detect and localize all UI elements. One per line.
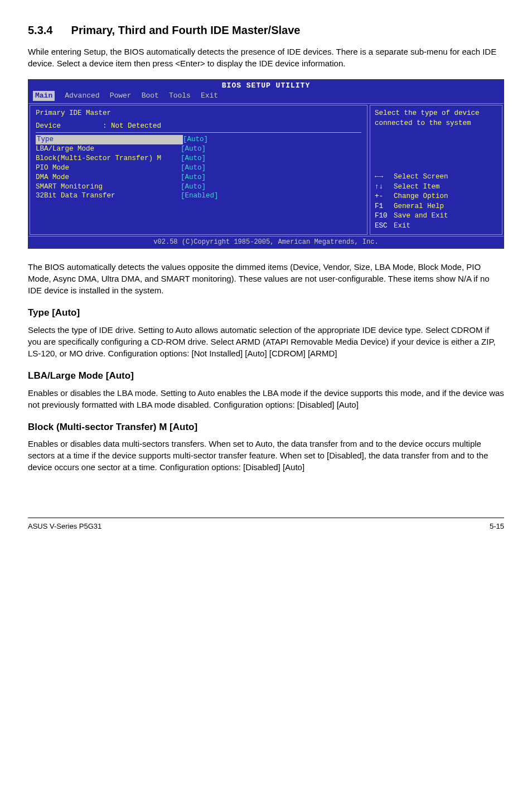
footer-left: ASUS V-Series P5G31 [28,521,101,532]
paragraph-type: Selects the type of IDE drive. Setting t… [28,324,504,359]
bios-menu-tools[interactable]: Tools [169,91,191,101]
bios-divider [36,132,361,133]
legend-key: ESC [375,221,394,231]
bios-row-smart[interactable]: SMART Monitoring [Auto] [36,182,361,192]
bios-row-value: [Enabled] [181,191,361,201]
section-name: Primary, Third and Fourth IDE Master/Sla… [71,24,301,36]
bios-row-label: Block(Multi-Sector Transfer) M [36,154,181,163]
bios-menu-bar: Main Advanced Power Boot Tools Exit [28,91,504,103]
heading-lba: LBA/Large Mode [Auto] [28,369,504,383]
bios-legend: ←→Select Screen ↑↓Select Item +-Change O… [375,172,497,231]
legend-text: Select Item [394,183,440,191]
legend-key: ↑↓ [375,182,394,192]
page-footer: ASUS V-Series P5G31 5-15 [28,518,504,532]
bios-row-label: 32Bit Data Transfer [36,191,181,201]
legend-key: ←→ [375,172,394,182]
bios-header: BIOS SETUP UTILITY [28,80,504,91]
bios-row-value: [Auto] [181,182,361,192]
footer-page-number: 5-15 [490,521,504,532]
paragraph-dimmed-items: The BIOS automatically detects the value… [28,261,504,296]
bios-menu-advanced[interactable]: Advanced [65,91,99,101]
bios-row-value: [Auto] [181,144,361,154]
intro-paragraph: While entering Setup, the BIOS automatic… [28,46,504,69]
legend-key: F10 [375,211,394,221]
bios-menu-power[interactable]: Power [110,91,132,101]
bios-row-label: DMA Mode [36,173,181,182]
legend-key: F1 [375,202,394,212]
section-title: 5.3.4 Primary, Third and Fourth IDE Mast… [28,22,504,38]
heading-type: Type [Auto] [28,306,504,320]
legend-text: Select Screen [394,173,448,181]
bios-device-value: : Not Detected [103,122,361,131]
legend-text: Change Option [394,192,448,200]
bios-left-panel: Primary IDE Master Device : Not Detected… [30,105,367,235]
bios-right-panel: Select the type of device connected to t… [370,105,502,235]
bios-row-pio[interactable]: PIO Mode [Auto] [36,163,361,173]
bios-panel-title: Primary IDE Master [36,109,361,118]
bios-row-value: [Auto] [181,163,361,173]
bios-device-row: Device : Not Detected [36,122,361,131]
paragraph-block: Enables or disables data multi-sectors t… [28,438,504,473]
bios-row-lba[interactable]: LBA/Large Mode [Auto] [36,144,361,154]
bios-row-32bit[interactable]: 32Bit Data Transfer [Enabled] [36,191,361,201]
bios-menu-exit[interactable]: Exit [201,91,218,101]
section-number: 5.3.4 [28,22,68,38]
bios-setup-screenshot: BIOS SETUP UTILITY Main Advanced Power B… [28,79,504,249]
legend-key: +- [375,192,394,202]
bios-menu-boot[interactable]: Boot [142,91,159,101]
legend-text: General Help [394,202,444,210]
bios-row-label: SMART Monitoring [36,182,181,192]
bios-row-value: [Auto] [181,173,361,182]
bios-row-label: Type [36,135,183,144]
bios-row-value: [Auto] [183,135,361,144]
legend-text: Exit [394,222,410,230]
bios-menu-main[interactable]: Main [33,91,55,101]
bios-row-label: LBA/Large Mode [36,144,181,154]
bios-row-dma[interactable]: DMA Mode [Auto] [36,173,361,182]
bios-row-label: PIO Mode [36,163,181,173]
bios-row-block[interactable]: Block(Multi-Sector Transfer) M [Auto] [36,154,361,163]
paragraph-lba: Enables or disables the LBA mode. Settin… [28,387,504,410]
bios-row-value: [Auto] [181,154,361,163]
heading-block: Block (Multi-sector Transfer) M [Auto] [28,421,504,434]
bios-help-text: Select the type of device connected to t… [375,109,497,128]
bios-footer: v02.58 (C)Copyright 1985-2005, American … [28,236,504,248]
legend-text: Save and Exit [394,212,448,220]
bios-row-type[interactable]: Type [Auto] [36,135,361,144]
